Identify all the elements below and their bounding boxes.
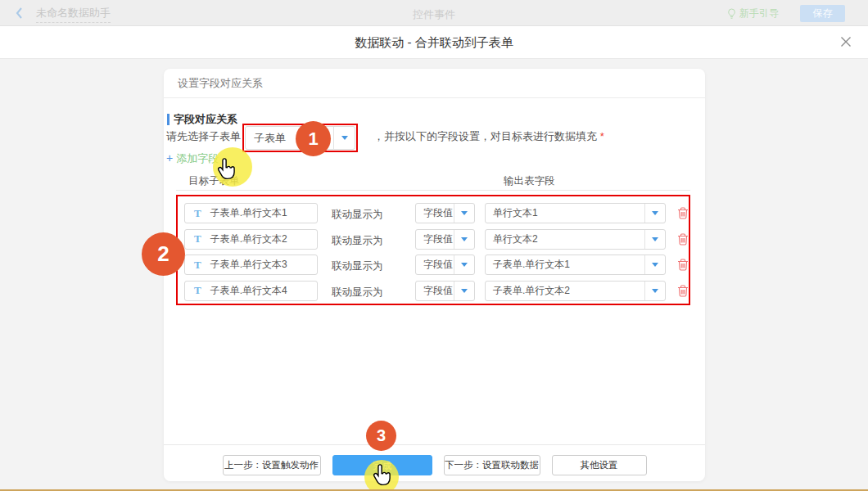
- link-display-label: 联动显示为: [332, 286, 383, 300]
- required-mark: *: [600, 130, 604, 142]
- caret-down-icon: [461, 211, 468, 215]
- guide-label: 新手引导: [739, 7, 779, 20]
- caret-down-icon: [652, 289, 658, 293]
- caret-down-icon: [461, 237, 468, 241]
- next-step-button[interactable]: 下一步：设置联动数据: [444, 455, 540, 475]
- display-mode-select[interactable]: 字段值: [415, 281, 475, 301]
- dropdown-arrow-zone[interactable]: [454, 230, 474, 249]
- topbar-center-title: 控件事件: [413, 7, 455, 22]
- settings-panel: 设置字段对应关系 字段对应关系 请先选择子表单 子表单 ，并按以下的字段设置，对…: [164, 69, 705, 481]
- top-bar: 未命名数据助手 控件事件 新手引导 保存: [0, 0, 868, 26]
- delete-row-icon[interactable]: [677, 207, 689, 219]
- dropdown-arrow-zone[interactable]: [454, 282, 474, 300]
- target-field-input[interactable]: T 子表单.单行文本4: [184, 281, 318, 301]
- table-header-divider: [176, 190, 690, 191]
- prev-step-button[interactable]: 上一步：设置触发动作: [223, 455, 321, 475]
- close-icon[interactable]: [840, 36, 852, 47]
- target-field-input[interactable]: T 子表单.单行文本3: [184, 255, 318, 275]
- lightbulb-icon: [727, 8, 736, 20]
- field-mapping-row: T 子表单.单行文本1 联动显示为 字段值 单行文本1: [164, 203, 705, 223]
- panel-title: 设置字段对应关系: [178, 69, 263, 97]
- dropdown-arrow-zone[interactable]: [454, 204, 474, 223]
- modal-title: 数据联动 - 合并联动到子表单: [355, 35, 513, 51]
- caret-down-icon: [461, 263, 468, 267]
- output-field-select[interactable]: 单行文本2: [485, 229, 666, 250]
- delete-row-icon[interactable]: [677, 233, 689, 246]
- column-header-output: 输出表字段: [504, 175, 555, 187]
- delete-row-icon[interactable]: [677, 285, 689, 297]
- annotation-step-1: 1: [296, 121, 331, 156]
- caret-down-icon: [652, 263, 658, 267]
- section-title: 字段对应关系: [174, 114, 237, 125]
- output-field-select[interactable]: 子表单.单行文本1: [485, 255, 666, 275]
- delete-row-icon[interactable]: [677, 259, 689, 271]
- plus-icon: +: [166, 151, 173, 164]
- add-field-link[interactable]: +添加字段: [166, 152, 219, 164]
- field-mapping-row: T 子表单.单行文本3 联动显示为 字段值 子表单.单行文本1: [164, 255, 705, 275]
- hand-cursor-icon: [215, 158, 237, 182]
- annotation-step-2: 2: [142, 232, 185, 276]
- link-display-label: 联动显示为: [332, 208, 383, 222]
- caret-down-icon: [341, 136, 348, 140]
- dropdown-arrow-zone[interactable]: [644, 230, 665, 249]
- dropdown-arrow-zone[interactable]: [644, 282, 665, 300]
- field-mapping-row: T 子表单.单行文本4 联动显示为 字段值 子表单.单行文本2: [164, 281, 705, 301]
- output-field-select[interactable]: 子表单.单行文本2: [485, 281, 666, 301]
- output-field-select[interactable]: 单行文本1: [485, 203, 666, 223]
- section-accent-bar: [167, 114, 170, 125]
- footer-buttons: 上一步：设置触发动作 完成 下一步：设置联动数据 其他设置: [164, 455, 705, 475]
- dropdown-arrow-zone[interactable]: [454, 255, 474, 274]
- display-mode-select[interactable]: 字段值: [415, 203, 475, 223]
- target-field-input[interactable]: T 子表单.单行文本2: [184, 229, 318, 250]
- app-root: 未命名数据助手 控件事件 新手引导 保存 数据联动 - 合并联动到子表单 设置字…: [0, 0, 868, 491]
- subform-select-label: 请先选择子表单: [166, 131, 241, 142]
- back-chevron-icon[interactable]: [15, 7, 23, 20]
- subform-select-value: 子表单: [254, 131, 286, 146]
- text-field-icon: T: [194, 232, 201, 246]
- text-field-icon: T: [194, 207, 201, 220]
- after-select-text: ，并按以下的字段设置，对目标表进行数据填充 *: [373, 131, 604, 142]
- caret-down-icon: [652, 237, 658, 241]
- caret-down-icon: [652, 211, 658, 215]
- link-display-label: 联动显示为: [332, 259, 383, 273]
- dropdown-arrow-zone[interactable]: [333, 127, 355, 149]
- annotation-step-3: 3: [366, 421, 396, 451]
- hand-cursor-icon: [370, 464, 393, 489]
- caret-down-icon: [461, 289, 468, 293]
- display-mode-select[interactable]: 字段值: [415, 255, 475, 275]
- panel-header-divider: [164, 97, 705, 98]
- dropdown-arrow-zone[interactable]: [644, 204, 665, 223]
- assistant-title[interactable]: 未命名数据助手: [36, 6, 111, 23]
- display-mode-select[interactable]: 字段值: [415, 229, 475, 250]
- text-field-icon: T: [194, 259, 201, 272]
- target-field-input[interactable]: T 子表单.单行文本1: [184, 203, 318, 223]
- footer-divider: [164, 444, 705, 445]
- guide-link[interactable]: 新手引导: [727, 7, 779, 20]
- text-field-icon: T: [194, 284, 201, 297]
- save-button[interactable]: 保存: [800, 5, 845, 22]
- dropdown-arrow-zone[interactable]: [644, 255, 665, 274]
- modal-header: 数据联动 - 合并联动到子表单: [0, 26, 868, 59]
- other-settings-button[interactable]: 其他设置: [552, 455, 647, 475]
- link-display-label: 联动显示为: [332, 234, 383, 248]
- field-mapping-row: T 子表单.单行文本2 联动显示为 字段值 单行文本2: [164, 229, 705, 250]
